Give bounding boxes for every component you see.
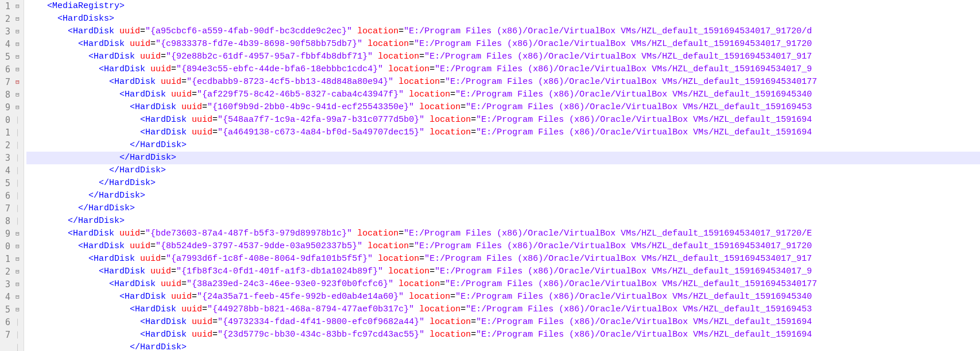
fold-marker[interactable] [11,25,24,38]
fold-marker[interactable] [11,164,24,177]
line-number: 0 [0,240,10,253]
code-line[interactable]: <HardDisk uuid="{8b524de9-3797-4537-9dde… [26,240,980,253]
code-line[interactable]: </HardDisk> [26,164,980,177]
fold-marker[interactable] [11,202,24,215]
fold-marker[interactable] [11,177,24,190]
code-line[interactable]: <HardDisk uuid="{92e88b2c-61df-4957-95a7… [26,51,980,63]
code-line[interactable]: <HardDisk uuid="{23d5779c-bb30-434c-83bb… [26,329,980,341]
fold-marker[interactable] [11,63,24,76]
code-line[interactable]: <HardDisk uuid="{49732334-fdad-4f41-9800… [26,316,980,329]
line-number: 5 [0,51,10,63]
fold-marker[interactable] [11,38,24,51]
line-number: 3 [0,25,10,38]
line-number: 1 [0,253,10,265]
line-number: 4 [0,291,10,303]
code-line[interactable]: </HardDisk> [26,190,980,202]
fold-marker[interactable] [11,253,24,265]
fold-marker[interactable] [11,114,24,126]
fold-marker[interactable] [11,240,24,253]
code-line[interactable]: <HardDisk uuid="{449278bb-b821-468a-8794… [26,303,980,316]
line-number: 2 [0,139,10,152]
line-number: 4 [0,38,10,51]
code-line[interactable]: <MediaRegistry> [26,0,980,13]
line-number: 1 [0,126,10,139]
fold-marker[interactable] [11,139,24,152]
line-number: 9 [0,227,10,240]
code-area[interactable]: <MediaRegistry> <HardDisks> <HardDisk uu… [24,0,980,351]
line-number: 1 [0,0,10,13]
line-number: 6 [0,316,10,329]
code-line[interactable]: </HardDisk> [26,152,980,164]
code-line[interactable]: <HardDisk uuid="{548aa7f7-1c9a-42fa-99a7… [26,114,980,126]
line-number: 8 [0,88,10,101]
line-number: 3 [0,152,10,164]
code-line[interactable]: <HardDisk uuid="{bde73603-87a4-487f-b5f3… [26,227,980,240]
fold-marker[interactable] [11,126,24,139]
code-line[interactable]: <HardDisks> [26,13,980,25]
line-number: 0 [0,114,10,126]
line-number-gutter: 123456789012345678901234567 [0,0,11,351]
fold-marker[interactable] [11,101,24,114]
code-line[interactable]: <HardDisk uuid="{a95cbcf6-a559-4fab-90df… [26,25,980,38]
line-number: 9 [0,101,10,114]
line-number: 2 [0,13,10,25]
code-line[interactable]: <HardDisk uuid="{c9833378-fd7e-4b39-8698… [26,38,980,51]
code-line[interactable]: </HardDisk> [26,341,980,351]
text-editor: 123456789012345678901234567 <MediaRegist… [0,0,980,351]
fold-marker[interactable] [11,278,24,291]
line-number: 8 [0,215,10,227]
code-line[interactable]: <HardDisk uuid="{ecdbabb9-8723-4cf5-bb13… [26,76,980,88]
line-number: 4 [0,164,10,177]
line-number: 6 [0,63,10,76]
fold-marker[interactable] [11,341,24,351]
line-number: 5 [0,177,10,190]
fold-marker[interactable] [11,316,24,329]
code-line[interactable]: <HardDisk uuid="{160f9b9d-2bb0-4b9c-941d… [26,101,980,114]
code-line[interactable]: </HardDisk> [26,202,980,215]
line-number: 3 [0,278,10,291]
line-number: 6 [0,190,10,202]
code-line[interactable]: <HardDisk uuid="{af229f75-8c42-46b5-8327… [26,88,980,101]
fold-marker[interactable] [11,265,24,278]
line-number: 2 [0,265,10,278]
fold-marker[interactable] [11,152,24,164]
fold-marker[interactable] [11,0,24,13]
code-line[interactable]: <HardDisk uuid="{a7993d6f-1c8f-408e-8064… [26,253,980,265]
fold-marker[interactable] [11,303,24,316]
line-number: 7 [0,76,10,88]
fold-marker[interactable] [11,88,24,101]
fold-marker[interactable] [11,227,24,240]
code-line[interactable]: <HardDisk uuid="{894e3c55-ebfc-44de-bfa6… [26,63,980,76]
fold-marker[interactable] [11,291,24,303]
fold-marker[interactable] [11,51,24,63]
code-line[interactable]: </HardDisk> [26,139,980,152]
code-line[interactable]: <HardDisk uuid="{38a239ed-24c3-46ee-93e0… [26,278,980,291]
code-line[interactable]: </HardDisk> [26,215,980,227]
line-number: 7 [0,202,10,215]
fold-marker[interactable] [11,190,24,202]
code-line[interactable]: <HardDisk uuid="{24a35a71-feeb-45fe-992b… [26,291,980,303]
fold-marker[interactable] [11,13,24,25]
fold-marker[interactable] [11,329,24,341]
code-line[interactable]: </HardDisk> [26,177,980,190]
code-line[interactable]: <HardDisk uuid="{1fb8f3c4-0fd1-401f-a1f3… [26,265,980,278]
line-number: 5 [0,303,10,316]
fold-marker[interactable] [11,76,24,88]
fold-gutter[interactable] [11,0,24,351]
code-line[interactable]: <HardDisk uuid="{a4649138-c673-4a84-bf0d… [26,126,980,139]
fold-marker[interactable] [11,215,24,227]
line-number: 7 [0,329,10,341]
